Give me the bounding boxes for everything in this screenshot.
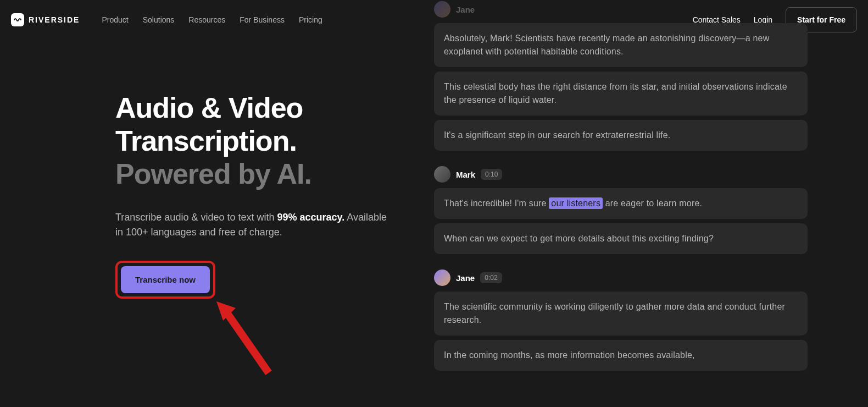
- nav-item-solutions[interactable]: Solutions: [143, 15, 175, 24]
- avatar-jane: [434, 1, 450, 18]
- speaker-header: Jane 0:02: [434, 270, 808, 286]
- transcript-panel: Jane Absolutely, Mark! Scientists have r…: [434, 40, 868, 407]
- transcript-line[interactable]: When can we expect to get more details a…: [434, 223, 808, 254]
- transcript-line[interactable]: In the coming months, as more informatio…: [434, 340, 808, 371]
- nav-item-resources[interactable]: Resources: [188, 15, 225, 24]
- annotation-highlight: Transcribe now: [115, 261, 215, 299]
- speaker-name: Mark: [456, 170, 475, 179]
- speaker-header: Mark 0:10: [434, 166, 808, 183]
- speaker-name: Jane: [456, 5, 475, 14]
- speaker-block-mark: Mark 0:10 That's incredible! I'm sure ou…: [434, 166, 808, 254]
- highlighted-text[interactable]: our listeners: [549, 197, 603, 209]
- hero-title-line1: Audio & Video Transcription.: [115, 92, 303, 157]
- svg-marker-2: [216, 301, 236, 321]
- nav-menu: Product Solutions Resources For Business…: [102, 15, 322, 24]
- transcribe-now-button[interactable]: Transcribe now: [121, 266, 210, 293]
- nav-item-for-business[interactable]: For Business: [240, 15, 285, 24]
- transcript-container: Jane Absolutely, Mark! Scientists have r…: [434, 1, 808, 386]
- hero-title-line2: Powered by AI.: [115, 158, 311, 190]
- logo[interactable]: RIVERSIDE: [11, 13, 80, 26]
- time-badge: 0:02: [480, 272, 502, 283]
- svg-line-1: [225, 310, 269, 373]
- logo-icon: [11, 13, 24, 26]
- speaker-block-jane-2: Jane 0:02 The scientific community is wo…: [434, 270, 808, 371]
- hero-section: Audio & Video Transcription. Powered by …: [115, 40, 390, 407]
- header-left: RIVERSIDE Product Solutions Resources Fo…: [11, 13, 322, 26]
- transcript-line[interactable]: Absolutely, Mark! Scientists have recent…: [434, 23, 808, 67]
- transcript-line[interactable]: It's a significant step in our search fo…: [434, 120, 808, 151]
- speaker-header: Jane: [434, 1, 808, 18]
- speaker-block-jane-1: Jane Absolutely, Mark! Scientists have r…: [434, 1, 808, 151]
- arrow-annotation-icon: [216, 301, 282, 378]
- nav-item-pricing[interactable]: Pricing: [299, 15, 322, 24]
- time-badge: 0:10: [481, 169, 502, 180]
- transcript-line[interactable]: That's incredible! I'm sure our listener…: [434, 188, 808, 219]
- main-content: Audio & Video Transcription. Powered by …: [0, 40, 868, 407]
- avatar-jane: [434, 270, 450, 286]
- hero-title: Audio & Video Transcription. Powered by …: [115, 92, 390, 190]
- avatar-mark: [434, 166, 450, 183]
- transcript-line[interactable]: The scientific community is working dili…: [434, 292, 808, 336]
- hero-subtitle: Transcribe audio & video to text with 99…: [115, 210, 390, 240]
- logo-text: RIVERSIDE: [29, 15, 80, 24]
- speaker-name: Jane: [456, 273, 475, 283]
- transcript-line[interactable]: This celestial body has the right distan…: [434, 72, 808, 116]
- nav-item-product[interactable]: Product: [102, 15, 128, 24]
